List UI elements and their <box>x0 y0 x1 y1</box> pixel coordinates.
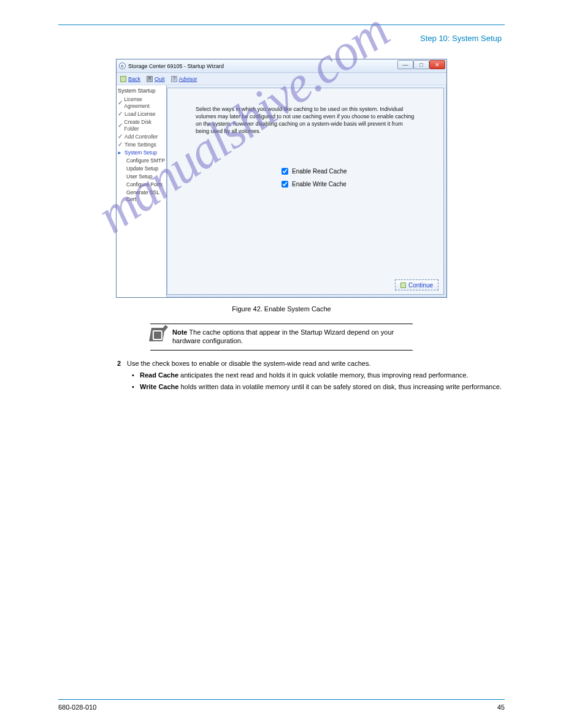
step-lead: Use the check boxes to enable or disable… <box>127 360 370 367</box>
continue-icon <box>400 282 406 288</box>
instruction-step: 2Use the check boxes to enable or disabl… <box>117 359 505 392</box>
wizard-sidebar: System Startup License Agreement Load Li… <box>117 85 167 297</box>
sidebar-item[interactable]: Time Settings <box>118 142 165 148</box>
current-arrow-icon <box>118 151 123 155</box>
sidebar-subitem[interactable]: Configure Ports <box>126 181 165 188</box>
checkmark-icon <box>118 112 123 116</box>
footer-divider <box>58 699 505 700</box>
sidebar-item[interactable]: Create Disk Folder <box>118 119 165 132</box>
wizard-content: Select the ways in which you would like … <box>167 88 444 295</box>
read-cache-label: Enable Read Cache <box>292 168 347 175</box>
checkmark-icon <box>118 124 123 128</box>
minimize-button[interactable]: — <box>397 60 413 69</box>
step-number: 2 <box>117 359 127 368</box>
sidebar-subitem[interactable]: User Setup <box>126 173 165 180</box>
checkmark-icon <box>118 135 123 139</box>
wizard-window: c Storage Center 69105 - Startup Wizard … <box>116 59 447 298</box>
back-icon <box>120 76 126 82</box>
close-button[interactable]: ✕ <box>429 60 445 69</box>
app-icon: c <box>119 63 126 69</box>
read-cache-checkbox[interactable] <box>282 168 288 175</box>
note-text: Note The cache options that appear in th… <box>172 328 413 345</box>
quit-icon <box>147 76 153 82</box>
back-link[interactable]: Back <box>120 76 140 82</box>
footer-pagenum: 45 <box>497 703 505 711</box>
enable-write-cache[interactable]: Enable Write Cache <box>282 181 415 188</box>
step-sub2: • Write Cache holds written data in vola… <box>132 382 505 392</box>
write-cache-checkbox[interactable] <box>282 181 288 188</box>
advisor-icon <box>171 76 177 82</box>
cache-description: Select the ways in which you would like … <box>196 105 415 135</box>
footer-docnum: 680-028-010 <box>58 703 96 711</box>
checkmark-icon <box>118 101 122 105</box>
wizard-toolbar: Back Quit Advisor <box>117 73 446 85</box>
quit-link[interactable]: Quit <box>147 76 165 82</box>
page-footer: 680-028-010 45 <box>0 699 563 711</box>
window-title: Storage Center 69105 - Startup Wizard <box>128 63 224 69</box>
sidebar-heading: System Startup <box>118 88 165 94</box>
header-section-title: Step 10: System Setup <box>420 34 502 43</box>
enable-read-cache[interactable]: Enable Read Cache <box>282 168 415 175</box>
sidebar-item[interactable]: Load License <box>118 111 165 118</box>
checkmark-icon <box>118 143 123 147</box>
write-cache-label: Enable Write Cache <box>292 181 347 188</box>
titlebar: c Storage Center 69105 - Startup Wizard … <box>117 59 446 73</box>
top-divider <box>58 25 505 25</box>
maximize-button[interactable]: □ <box>413 60 429 69</box>
advisor-link[interactable]: Advisor <box>171 76 197 82</box>
sidebar-item[interactable]: License Agreement <box>118 96 165 110</box>
step-sub1: • Read Cache anticipates the next read a… <box>132 371 505 380</box>
sidebar-subitem[interactable]: Update Setup <box>126 165 165 172</box>
sidebar-subitem[interactable]: Configure SMTP <box>126 157 165 164</box>
figure-caption: Figure 42. Enable System Cache <box>58 305 505 313</box>
sidebar-item[interactable]: Add Controller <box>118 134 165 140</box>
note-block: Note The cache options that appear in th… <box>150 324 413 351</box>
sidebar-subitem[interactable]: Generate SSL Cert <box>126 189 165 203</box>
note-icon <box>149 328 165 341</box>
continue-button[interactable]: Continue <box>395 279 439 290</box>
sidebar-item-active[interactable]: System Setup <box>118 150 165 156</box>
